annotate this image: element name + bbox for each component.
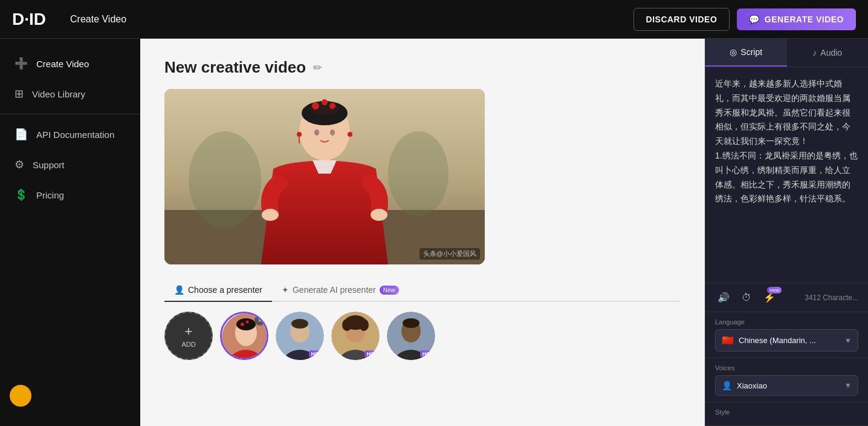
script-toolbar: 🔊 ⏱ ⚡ New 3412 Characte... bbox=[705, 283, 868, 312]
svg-point-14 bbox=[348, 132, 352, 137]
preview-background: 头条@小小爱国风 bbox=[164, 89, 485, 264]
voice-value: Xiaoxiao bbox=[737, 381, 840, 390]
presenter-svg bbox=[164, 89, 485, 264]
content-area: New creative video ✏ bbox=[140, 39, 705, 426]
script-icon: ◎ bbox=[730, 47, 737, 57]
language-chevron-icon: ▼ bbox=[844, 336, 852, 345]
voices-select[interactable]: 👤 Xiaoxiao ▼ bbox=[715, 375, 858, 396]
new-badge: New bbox=[380, 286, 399, 295]
audio-icon: ♪ bbox=[812, 48, 817, 57]
tab-choose-presenter[interactable]: 👤 Choose a presenter bbox=[164, 279, 272, 302]
sidebar-divider bbox=[0, 114, 140, 114]
svg-point-2 bbox=[189, 131, 261, 228]
plus-icon: + bbox=[185, 324, 193, 339]
sidebar-item-create-video[interactable]: ➕ Create Video bbox=[0, 48, 140, 79]
edit-title-icon[interactable]: ✏ bbox=[313, 61, 322, 74]
language-flag: 🇨🇳 bbox=[722, 335, 734, 346]
add-presenter-button[interactable]: + ADD bbox=[164, 312, 213, 360]
watermark: 头条@小小爱国风 bbox=[419, 248, 480, 260]
svg-point-22 bbox=[236, 318, 256, 330]
user-avatar[interactable] bbox=[10, 385, 31, 407]
hq-badge-2: HQ bbox=[309, 350, 322, 358]
header: D·ID Create Video DISCARD VIDEO 💬 GENERA… bbox=[0, 0, 868, 39]
svg-point-33 bbox=[342, 319, 352, 331]
language-select[interactable]: 🇨🇳 Chinese (Mandarin, ... ▼ bbox=[715, 329, 858, 352]
presenter-item-1[interactable]: × bbox=[220, 312, 268, 360]
char-count: 3412 Characte... bbox=[805, 293, 858, 302]
svg-point-28 bbox=[291, 319, 308, 329]
svg-point-17 bbox=[371, 209, 387, 221]
language-value: Chinese (Mandarin, ... bbox=[739, 336, 840, 345]
svg-point-8 bbox=[322, 99, 328, 105]
style-section: Style bbox=[705, 402, 868, 426]
sidebar-bottom bbox=[0, 375, 140, 416]
sidebar-label-pricing: Pricing bbox=[36, 190, 64, 200]
style-label: Style bbox=[715, 408, 858, 416]
presenter-grid: + ADD × bbox=[164, 312, 681, 365]
presenter-tabs: 👤 Choose a presenter ✦ Generate AI prese… bbox=[164, 279, 681, 302]
voices-section: Voices 👤 Xiaoxiao ▼ bbox=[705, 358, 868, 402]
logo: D·ID bbox=[12, 10, 46, 29]
header-left: D·ID Create Video bbox=[12, 10, 126, 29]
sidebar-label-support: Support bbox=[33, 160, 65, 170]
svg-point-24 bbox=[246, 321, 249, 324]
hq-badge-3: HQ bbox=[364, 350, 378, 358]
sparkle-icon: ✦ bbox=[282, 285, 289, 295]
sidebar: ➕ Create Video ⊞ Video Library 📄 API Doc… bbox=[0, 39, 140, 426]
new-feature-tool-button[interactable]: ⚡ New bbox=[761, 289, 778, 306]
timer-icon: ⏱ bbox=[742, 292, 751, 303]
voices-label: Voices bbox=[715, 364, 858, 372]
voices-chevron-icon: ▼ bbox=[844, 381, 852, 390]
svg-point-16 bbox=[262, 209, 279, 221]
svg-point-34 bbox=[359, 319, 369, 331]
doc-icon: 📄 bbox=[15, 128, 28, 141]
video-preview: 头条@小小爱国风 bbox=[164, 89, 485, 264]
support-icon: ⚙ bbox=[15, 158, 24, 171]
discard-video-button[interactable]: DISCARD VIDEO bbox=[633, 8, 730, 31]
header-buttons: DISCARD VIDEO 💬 GENERATE VIDEO bbox=[633, 8, 856, 31]
svg-point-11 bbox=[330, 129, 335, 136]
remove-presenter-button[interactable]: × bbox=[254, 315, 265, 326]
tab-script[interactable]: ◎ Script bbox=[705, 39, 787, 67]
generate-video-button[interactable]: 💬 GENERATE VIDEO bbox=[737, 8, 856, 30]
generate-icon: 💬 bbox=[749, 15, 760, 24]
script-content[interactable]: 近年来，越来越多新人选择中式婚礼，而其中最受欢迎的两款婚服当属秀禾服和龙凤褂。虽… bbox=[705, 67, 868, 283]
sidebar-label-api: API Documentation bbox=[36, 129, 114, 140]
sidebar-item-support[interactable]: ⚙ Support bbox=[0, 149, 140, 180]
video-title: New creative video bbox=[164, 58, 306, 77]
presenter-item-3[interactable]: HQ bbox=[331, 312, 380, 360]
new-feature-icon: ⚡ bbox=[763, 292, 776, 303]
sidebar-item-pricing[interactable]: 💲 Pricing bbox=[0, 180, 140, 210]
grid-icon: ⊞ bbox=[15, 87, 24, 100]
script-audio-tabs: ◎ Script ♪ Audio bbox=[705, 39, 868, 67]
plus-icon: ➕ bbox=[15, 57, 28, 70]
hq-badge-4: HQ bbox=[420, 350, 433, 358]
logo-icon: D·ID bbox=[12, 10, 46, 29]
tab-audio[interactable]: ♪ Audio bbox=[787, 39, 869, 67]
timer-tool-button[interactable]: ⏱ bbox=[739, 290, 754, 306]
sidebar-item-video-library[interactable]: ⊞ Video Library bbox=[0, 79, 140, 109]
svg-point-9 bbox=[329, 103, 335, 109]
sidebar-item-api-docs[interactable]: 📄 API Documentation bbox=[0, 119, 140, 149]
svg-point-38 bbox=[403, 318, 419, 328]
tab-generate-ai[interactable]: ✦ Generate AI presenter New bbox=[272, 279, 409, 302]
new-tool-badge: New bbox=[767, 287, 782, 293]
language-label: Language bbox=[715, 318, 858, 326]
svg-point-7 bbox=[312, 102, 319, 110]
language-section: Language 🇨🇳 Chinese (Mandarin, ... ▼ bbox=[705, 312, 868, 358]
right-panel: ◎ Script ♪ Audio 近年来，越来越多新人选择中式婚礼，而其中最受欢… bbox=[705, 39, 868, 426]
add-label: ADD bbox=[181, 341, 195, 348]
voice-person-icon: 👤 bbox=[722, 381, 732, 390]
page-title: Create Video bbox=[70, 14, 126, 25]
main-layout: ➕ Create Video ⊞ Video Library 📄 API Doc… bbox=[0, 39, 868, 426]
svg-point-23 bbox=[241, 323, 244, 326]
sidebar-label-library: Video Library bbox=[32, 89, 85, 99]
sidebar-label-create: Create Video bbox=[36, 59, 89, 69]
presenter-item-4[interactable]: HQ bbox=[387, 312, 435, 360]
video-title-row: New creative video ✏ bbox=[164, 58, 681, 77]
svg-point-10 bbox=[314, 129, 319, 136]
content-inner: New creative video ✏ bbox=[140, 39, 705, 426]
presenter-item-2[interactable]: HQ bbox=[276, 312, 324, 360]
pricing-icon: 💲 bbox=[15, 188, 28, 202]
volume-tool-button[interactable]: 🔊 bbox=[715, 289, 732, 306]
